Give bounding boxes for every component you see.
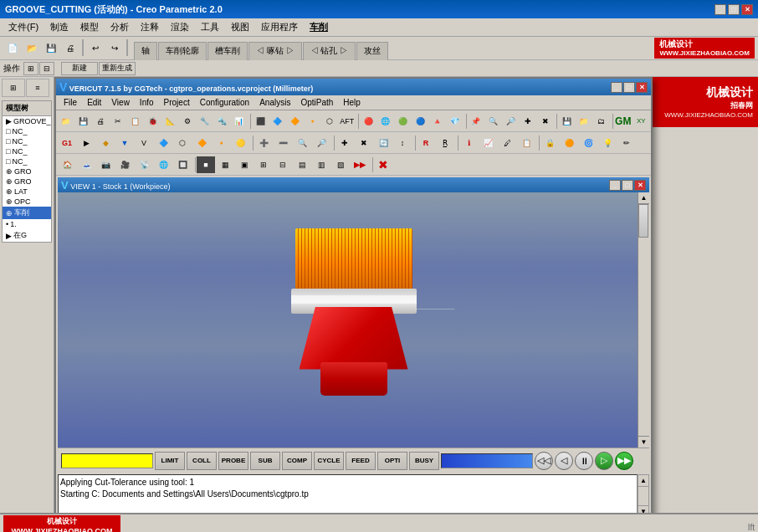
vtb1-17[interactable]: AFT: [339, 113, 356, 130]
sb-tree-btn[interactable]: ⊞: [2, 79, 25, 97]
vtb3-10[interactable]: ▣: [235, 156, 254, 173]
log-sb-down[interactable]: ▼: [638, 505, 648, 513]
vtb1-31[interactable]: 🗂: [593, 113, 610, 130]
nav-pause[interactable]: ⏸: [575, 452, 593, 470]
menu-file[interactable]: 文件(F): [3, 19, 44, 35]
vtb2-19[interactable]: R̲: [436, 135, 454, 151]
log-sb-up[interactable]: ▲: [638, 475, 648, 487]
vtb1-3[interactable]: 🖨: [92, 113, 109, 130]
tab-drilling[interactable]: ◁ 啄钻 ▷: [248, 42, 302, 60]
vmenu-analysis[interactable]: Analysis: [255, 97, 294, 108]
btn-comp[interactable]: COMP: [282, 452, 312, 470]
btn-busy[interactable]: BUSY: [409, 452, 439, 470]
vtb1-14[interactable]: 🔶: [287, 113, 304, 130]
vtb2-24[interactable]: 🔒: [540, 135, 559, 151]
view1-close-btn[interactable]: ✕: [634, 180, 646, 191]
tree-item-nc1[interactable]: □ NC_: [3, 126, 51, 136]
vtb2-28[interactable]: ✏: [617, 135, 636, 151]
creo-min-button[interactable]: _: [714, 4, 726, 15]
menu-manufacture[interactable]: 制造: [45, 19, 74, 35]
view1-min-btn[interactable]: _: [609, 180, 621, 191]
menu-view[interactable]: 视图: [226, 19, 254, 35]
vtb2-21[interactable]: 📈: [479, 135, 497, 151]
vtb1-19[interactable]: 🌐: [377, 113, 394, 130]
vtb3-6[interactable]: 🌐: [154, 156, 172, 173]
vtb2-26[interactable]: 🌀: [579, 135, 597, 151]
creo-close-button[interactable]: ✕: [741, 4, 753, 15]
vtb1-13[interactable]: 🔷: [269, 113, 286, 130]
vtb3-13[interactable]: ▤: [293, 156, 311, 173]
vtb2-13[interactable]: 🔎: [312, 135, 330, 151]
vtb2-15[interactable]: ✖: [355, 135, 373, 151]
vtb1-30[interactable]: 📁: [576, 113, 592, 130]
vtb1-1[interactable]: 📁: [58, 113, 74, 130]
tree-item-groove[interactable]: ▶ GROOVE_: [3, 116, 51, 126]
btn-opti[interactable]: OPTI: [377, 452, 407, 470]
vtb2-18[interactable]: R: [417, 135, 435, 151]
creo-max-button[interactable]: □: [728, 4, 740, 15]
vtb1-5[interactable]: 📋: [127, 113, 144, 130]
vtb1-33[interactable]: XY: [633, 113, 649, 130]
vtb2-16[interactable]: 🔄: [374, 135, 392, 151]
vtb1-25[interactable]: 🔍: [485, 113, 502, 130]
vtb2-1[interactable]: ▶: [77, 135, 95, 151]
tree-item-opc[interactable]: ⊕ OPC: [3, 197, 51, 207]
vtb1-11[interactable]: 📊: [231, 113, 248, 130]
menu-turning[interactable]: 车削: [305, 19, 333, 35]
menu-annotation[interactable]: 注释: [136, 19, 164, 35]
vmenu-optipath[interactable]: OptiPath: [296, 97, 337, 108]
vtb1-10[interactable]: 🔩: [213, 113, 230, 130]
tb-undo[interactable]: ↩: [86, 39, 105, 58]
vtb1-26[interactable]: 🔎: [503, 113, 520, 130]
vmenu-view[interactable]: View: [107, 97, 134, 108]
tree-item-gro2[interactable]: ⊕ GRO: [3, 176, 51, 187]
vtb2-20[interactable]: ℹ: [459, 135, 478, 151]
tab-axis[interactable]: 轴: [134, 42, 157, 60]
tree-item-nc3[interactable]: □ NC_: [3, 146, 51, 156]
vtb3-4[interactable]: 🎥: [115, 156, 134, 173]
tb-new[interactable]: 📄: [3, 39, 22, 58]
vtb2-11[interactable]: ➖: [274, 135, 292, 151]
tab-turning-profile[interactable]: 车削轮廓: [158, 42, 207, 60]
vtb2-22[interactable]: 🖊: [498, 135, 516, 151]
btn-coll[interactable]: COLL: [187, 452, 217, 470]
tree-item-active[interactable]: ▶ 在G: [3, 229, 51, 242]
vtb2-6[interactable]: ⬡: [173, 135, 192, 151]
btn-cycle[interactable]: CYCLE: [314, 452, 344, 470]
vtb3-1[interactable]: 🏠: [58, 156, 76, 173]
btn-sub[interactable]: SUB: [250, 452, 280, 470]
vtb1-28[interactable]: ✖: [537, 113, 554, 130]
vtb2-9[interactable]: 🟡: [231, 135, 249, 151]
btn-limit[interactable]: LIMIT: [155, 452, 185, 470]
op-btn-2[interactable]: ⊟: [39, 62, 54, 75]
vtb2-12[interactable]: 🔍: [293, 135, 311, 151]
tab-grooving[interactable]: 槽车削: [207, 42, 248, 60]
vmenu-file[interactable]: File: [59, 97, 81, 108]
menu-model[interactable]: 模型: [75, 19, 104, 35]
vtb1-21[interactable]: 🔵: [412, 113, 428, 130]
tree-item-nc4[interactable]: □ NC_: [3, 156, 51, 166]
vtb3-12[interactable]: ⊟: [274, 156, 292, 173]
vtb2-2[interactable]: ◆: [96, 135, 115, 151]
vtb2-4[interactable]: V: [135, 135, 153, 151]
menu-analysis[interactable]: 分析: [105, 19, 134, 35]
vtb1-24[interactable]: 📌: [468, 113, 484, 130]
menu-apps[interactable]: 应用程序: [256, 19, 303, 35]
nav-step-back[interactable]: ◁: [555, 452, 573, 470]
op-btn-1[interactable]: ⊞: [23, 62, 38, 75]
vtb1-22[interactable]: 🔺: [429, 113, 446, 130]
vtb3-2[interactable]: 🗻: [77, 156, 95, 173]
vtb3-7[interactable]: 🔲: [173, 156, 192, 173]
log-scrollbar[interactable]: ▲ ▼: [638, 474, 649, 513]
vmenu-config[interactable]: Configuration: [196, 97, 254, 108]
vtb3-11[interactable]: ⊞: [254, 156, 273, 173]
vtb3-3[interactable]: 📷: [96, 156, 115, 173]
vtb1-23[interactable]: 💎: [447, 113, 464, 130]
vtb2-3[interactable]: ▼: [115, 135, 134, 151]
tab-bore[interactable]: ◁ 钻孔 ▷: [303, 42, 356, 60]
vtb2-25[interactable]: 🟠: [560, 135, 578, 151]
tb-redo[interactable]: ↪: [105, 39, 124, 58]
vtb1-16[interactable]: ⬡: [321, 113, 338, 130]
vmenu-info[interactable]: Info: [136, 97, 158, 108]
view1-viewport[interactable]: ▲ ▼: [58, 192, 649, 448]
